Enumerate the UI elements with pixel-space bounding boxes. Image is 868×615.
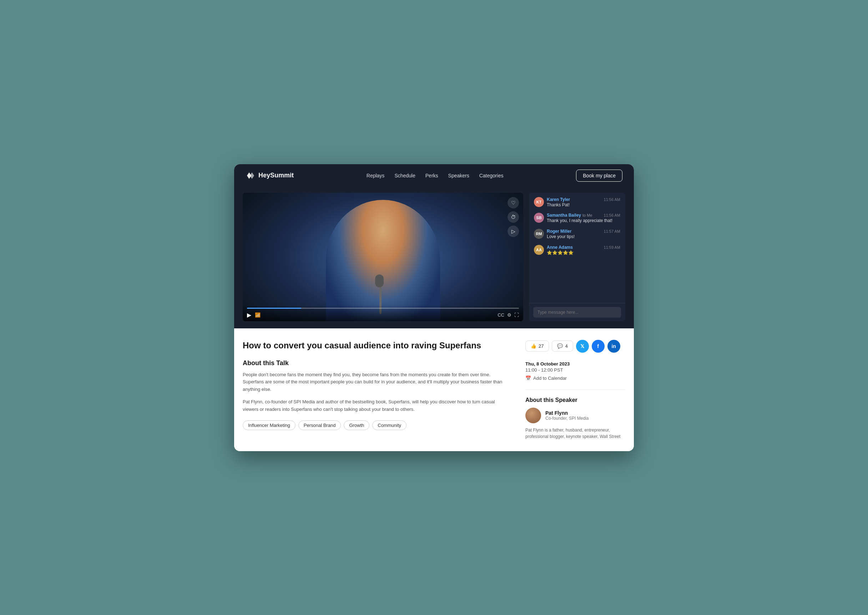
tags-container: Influencer Marketing Personal Brand Grow… [243, 420, 511, 430]
nav-schedule[interactable]: Schedule [394, 173, 415, 178]
video-action-icons: ♡ ⏱ ▷ [507, 197, 519, 237]
fullscreen-icon[interactable]: ⛶ [514, 312, 519, 318]
chat-header-3: Anne Adams 11:59 AM [547, 245, 620, 250]
chat-message-0: KT Karen Tyler 11:56 AM Thanks Pat! [534, 197, 620, 208]
tag-influencer-marketing[interactable]: Influencer Marketing [243, 420, 295, 430]
chat-avatar-3: AA [534, 245, 544, 255]
nav-speakers[interactable]: Speakers [448, 173, 469, 178]
chat-name-1: Samantha Bailey [547, 213, 581, 218]
event-time: 11:00 - 12:00 PST [525, 367, 625, 373]
book-button[interactable]: Book my place [576, 170, 623, 182]
like-count: 27 [539, 343, 543, 349]
chat-time-3: 11:59 AM [604, 245, 620, 250]
video-controls: ▶ 📶 CC ⚙ ⛶ [243, 305, 523, 321]
video-thumbnail: ♡ ⏱ ▷ [243, 193, 523, 321]
chat-header-1: Samantha Bailey to Me 11:56 AM [547, 213, 620, 218]
content-sidebar: 👍 27 💬 4 𝕏 f in Thu, 8 October 2023 11:0… [525, 340, 625, 440]
add-calendar-button[interactable]: 📅 Add to Calendar [525, 376, 625, 381]
chat-time-2: 11:57 AM [604, 229, 620, 233]
speaker-section: About this Speaker Pat Flynn Co-founder,… [525, 389, 625, 440]
tag-community[interactable]: Community [372, 420, 406, 430]
clock-icon[interactable]: ⏱ [507, 211, 519, 223]
speaker-section-heading: About this Speaker [525, 397, 625, 403]
thumbs-up-icon: 👍 [531, 343, 536, 349]
chat-text-0: Thanks Pat! [547, 202, 620, 208]
video-chat-section: ♡ ⏱ ▷ ▶ 📶 CC ⚙ ⛶ [234, 187, 634, 328]
facebook-share-button[interactable]: f [592, 340, 604, 353]
twitter-share-button[interactable]: 𝕏 [576, 340, 589, 353]
chat-input-area[interactable] [529, 303, 625, 321]
navbar: HeySummit Replays Schedule Perks Speaker… [234, 164, 634, 187]
speaker-silhouette [326, 200, 440, 321]
speaker-title: Co-founder, SPI Media [545, 416, 589, 421]
speaker-avatar [525, 407, 541, 423]
share-icon[interactable]: ▷ [507, 226, 519, 237]
chat-time-0: 11:56 AM [604, 197, 620, 202]
nav-replays[interactable]: Replays [367, 173, 385, 178]
comment-icon: 💬 [557, 343, 563, 349]
speaker-bio: Pat Flynn is a father, husband, entrepre… [525, 427, 625, 440]
progress-bar-track[interactable] [247, 308, 519, 309]
chat-name-2: Roger Miller [547, 229, 571, 234]
linkedin-share-button[interactable]: in [607, 340, 620, 353]
calendar-label: Add to Calendar [533, 376, 567, 381]
settings-icon[interactable]: ⚙ [507, 312, 512, 318]
video-player[interactable]: ♡ ⏱ ▷ ▶ 📶 CC ⚙ ⛶ [243, 193, 523, 321]
chat-content-0: Karen Tyler 11:56 AM Thanks Pat! [547, 197, 620, 208]
social-row: 👍 27 💬 4 𝕏 f in [525, 340, 625, 353]
chat-name-3: Anne Adams [547, 245, 573, 250]
chat-content-1: Samantha Bailey to Me 11:56 AM Thank you… [547, 213, 620, 224]
brand: HeySummit [245, 171, 294, 181]
nav-perks[interactable]: Perks [425, 173, 438, 178]
play-button[interactable]: ▶ [247, 312, 251, 318]
tag-growth[interactable]: Growth [344, 420, 369, 430]
about-text-1: People don't become fans the moment they… [243, 371, 511, 393]
controls-right: CC ⚙ ⛶ [498, 312, 519, 318]
volume-icon: 📶 [255, 312, 261, 318]
chat-text-3: ⭐⭐⭐⭐⭐ [547, 250, 620, 256]
chat-input[interactable] [533, 307, 621, 318]
chat-sidebar: KT Karen Tyler 11:56 AM Thanks Pat! SB [529, 193, 625, 321]
chat-content-2: Roger Miller 11:57 AM Love your tips! [547, 229, 620, 240]
chat-message-3: AA Anne Adams 11:59 AM ⭐⭐⭐⭐⭐ [534, 245, 620, 256]
progress-bar-fill [247, 308, 301, 309]
brand-name: HeySummit [258, 172, 294, 179]
chat-name-0: Karen Tyler [547, 197, 570, 202]
mic-head [375, 275, 384, 287]
chat-header-2: Roger Miller 11:57 AM [547, 229, 620, 234]
chat-text-2: Love your tips! [547, 234, 620, 240]
speaker-info: Pat Flynn Co-founder, SPI Media [545, 410, 589, 421]
chat-avatar-2: RM [534, 229, 544, 239]
chat-avatar-1: SB [534, 213, 544, 223]
content-main: How to convert you casual audience into … [243, 340, 511, 440]
speaker-row: Pat Flynn Co-founder, SPI Media [525, 407, 625, 423]
comment-button[interactable]: 💬 4 [552, 340, 573, 351]
chat-header-0: Karen Tyler 11:56 AM [547, 197, 620, 202]
speaker-name: Pat Flynn [545, 410, 589, 416]
chat-content-3: Anne Adams 11:59 AM ⭐⭐⭐⭐⭐ [547, 245, 620, 256]
chat-avatar-0: KT [534, 197, 544, 207]
controls-row: ▶ 📶 CC ⚙ ⛶ [247, 312, 519, 318]
tag-personal-brand[interactable]: Personal Brand [298, 420, 341, 430]
comment-count: 4 [565, 343, 567, 349]
chat-messages: KT Karen Tyler 11:56 AM Thanks Pat! SB [529, 193, 625, 303]
content-section: How to convert you casual audience into … [234, 328, 634, 451]
calendar-icon: 📅 [525, 376, 531, 381]
like-button[interactable]: 👍 27 [525, 340, 549, 351]
heart-icon[interactable]: ♡ [507, 197, 519, 208]
nav-categories[interactable]: Categories [479, 173, 504, 178]
talk-title: How to convert you casual audience into … [243, 340, 511, 351]
chat-to-me-1: to Me [582, 213, 592, 217]
chat-text-1: Thank you, I really appreciate that! [547, 218, 620, 224]
event-info: Thu, 8 October 2023 11:00 - 12:00 PST 📅 … [525, 361, 625, 381]
nav-links: Replays Schedule Perks Speakers Categori… [367, 172, 504, 179]
captions-icon[interactable]: CC [498, 312, 504, 318]
about-heading: About this Talk [243, 359, 511, 367]
chat-time-1: 11:56 AM [604, 213, 620, 217]
browser-shell: HeySummit Replays Schedule Perks Speaker… [234, 164, 634, 451]
event-date: Thu, 8 October 2023 [525, 361, 625, 367]
svg-marker-1 [250, 172, 254, 179]
chat-message-2: RM Roger Miller 11:57 AM Love your tips! [534, 229, 620, 240]
brand-logo-icon [245, 171, 256, 181]
chat-message-1: SB Samantha Bailey to Me 11:56 AM Thank … [534, 213, 620, 224]
